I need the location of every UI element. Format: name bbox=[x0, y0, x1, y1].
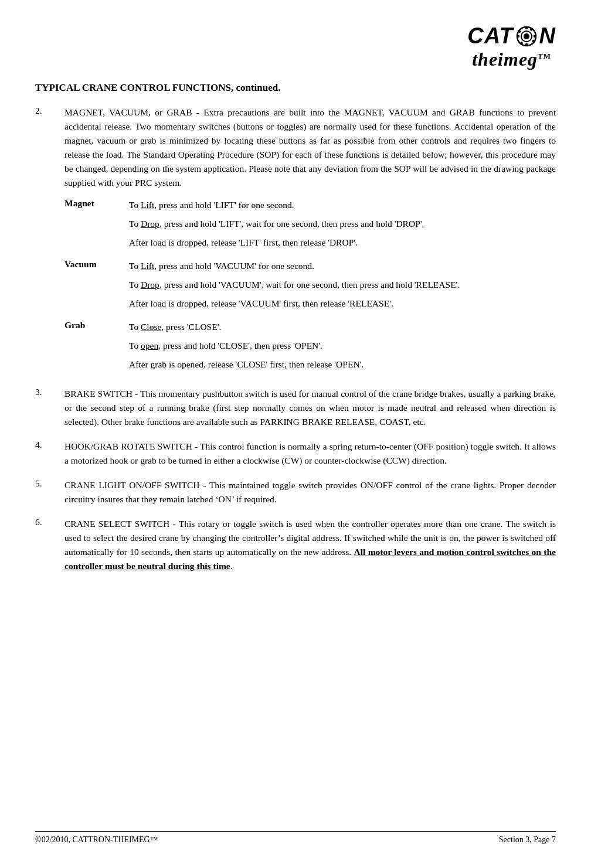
section-6: 6. CRANE SELECT SWITCH - This rotary or … bbox=[35, 517, 556, 573]
section-3-num: 3. bbox=[35, 387, 64, 429]
section-6-row: 6. CRANE SELECT SWITCH - This rotary or … bbox=[35, 517, 556, 573]
cattron-text: CAT bbox=[467, 23, 513, 49]
vacuum-after: After load is dropped, release 'VACUUM' … bbox=[129, 297, 556, 311]
section-2-row: 2. MAGNET, VACUUM, or GRAB - Extra preca… bbox=[35, 105, 556, 190]
lift-underline: Lift bbox=[141, 200, 154, 210]
gear-icon bbox=[516, 26, 537, 47]
grab-content: To Close, press 'CLOSE'. To open, press … bbox=[129, 320, 556, 376]
section-5-row: 5. CRANE LIGHT ON/OFF SWITCH - This main… bbox=[35, 478, 556, 506]
svg-rect-3 bbox=[525, 43, 528, 46]
grab-open: To open, press and hold 'CLOSE', then pr… bbox=[129, 339, 556, 353]
footer-right: Section 3, Page 7 bbox=[499, 835, 556, 845]
section-2: 2. MAGNET, VACUUM, or GRAB - Extra preca… bbox=[35, 105, 556, 376]
vacuum-lift: To Lift, press and hold 'VACUUM' for one… bbox=[129, 259, 556, 273]
svg-rect-4 bbox=[517, 35, 519, 38]
vacuum-drop-underline: Drop bbox=[141, 280, 159, 290]
magnet-content: To Lift, press and hold 'LIFT' for one s… bbox=[129, 198, 556, 254]
section-5-num: 5. bbox=[35, 478, 64, 506]
svg-point-10 bbox=[524, 33, 529, 39]
section-6-content: CRANE SELECT SWITCH - This rotary or tog… bbox=[64, 517, 556, 573]
section-2-num: 2. bbox=[35, 105, 64, 190]
section-5: 5. CRANE LIGHT ON/OFF SWITCH - This main… bbox=[35, 478, 556, 506]
grab-close: To Close, press 'CLOSE'. bbox=[129, 320, 556, 334]
magnet-item: Magnet To Lift, press and hold 'LIFT' fo… bbox=[64, 198, 556, 254]
magnet-label: Magnet bbox=[64, 198, 129, 254]
section-3: 3. BRAKE SWITCH - This momentary pushbut… bbox=[35, 387, 556, 429]
logo-area: CAT N theimegTM bbox=[35, 23, 556, 70]
sub-items: Magnet To Lift, press and hold 'LIFT' fo… bbox=[64, 198, 556, 376]
grab-open-underline: open bbox=[141, 341, 158, 350]
title-normal: , continued. bbox=[231, 82, 281, 93]
cattron-logo: CAT N bbox=[467, 23, 556, 49]
grab-label: Grab bbox=[64, 320, 129, 376]
vacuum-lift-underline: Lift bbox=[141, 261, 154, 271]
vacuum-drop: To Drop, press and hold 'VACUUM', wait f… bbox=[129, 278, 556, 292]
svg-rect-5 bbox=[534, 35, 536, 38]
section-5-content: CRANE LIGHT ON/OFF SWITCH - This maintai… bbox=[64, 478, 556, 506]
footer: ©02/2010, CATTRON-THEIMEG™ Section 3, Pa… bbox=[35, 831, 556, 845]
grab-after: After grab is opened, release 'CLOSE' fi… bbox=[129, 358, 556, 372]
drop-underline: Drop bbox=[141, 219, 159, 229]
page: CAT N theimegTM bbox=[0, 0, 591, 868]
section-4-num: 4. bbox=[35, 440, 64, 468]
vacuum-content: To Lift, press and hold 'VACUUM' for one… bbox=[129, 259, 556, 315]
section-3-row: 3. BRAKE SWITCH - This momentary pushbut… bbox=[35, 387, 556, 429]
section-4-content: HOOK/GRAB ROTATE SWITCH - This control f… bbox=[64, 440, 556, 468]
grab-item: Grab To Close, press 'CLOSE'. To open, p… bbox=[64, 320, 556, 376]
section-6-num: 6. bbox=[35, 517, 64, 573]
vacuum-label: Vacuum bbox=[64, 259, 129, 315]
footer-left: ©02/2010, CATTRON-THEIMEG™ bbox=[35, 835, 158, 845]
grab-close-underline: Close bbox=[141, 322, 161, 332]
logo-container: CAT N theimegTM bbox=[467, 23, 556, 70]
cattron-text2: N bbox=[539, 23, 556, 49]
svg-rect-2 bbox=[525, 26, 528, 29]
section-4: 4. HOOK/GRAB ROTATE SWITCH - This contro… bbox=[35, 440, 556, 468]
section-3-content: BRAKE SWITCH - This momentary pushbutton… bbox=[64, 387, 556, 429]
theimeg-logo: theimegTM bbox=[472, 49, 551, 70]
page-title: TYPICAL CRANE CONTROL FUNCTIONS, continu… bbox=[35, 81, 556, 95]
magnet-drop: To Drop, press and hold 'LIFT', wait for… bbox=[129, 217, 556, 231]
title-bold: TYPICAL CRANE CONTROL FUNCTIONS bbox=[35, 82, 231, 93]
section-4-row: 4. HOOK/GRAB ROTATE SWITCH - This contro… bbox=[35, 440, 556, 468]
magnet-lift: To Lift, press and hold 'LIFT' for one s… bbox=[129, 198, 556, 212]
vacuum-item: Vacuum To Lift, press and hold 'VACUUM' … bbox=[64, 259, 556, 315]
section-6-part3: . bbox=[230, 561, 233, 571]
section-2-content: MAGNET, VACUUM, or GRAB - Extra precauti… bbox=[64, 105, 556, 190]
magnet-after: After load is dropped, release 'LIFT' fi… bbox=[129, 236, 556, 250]
